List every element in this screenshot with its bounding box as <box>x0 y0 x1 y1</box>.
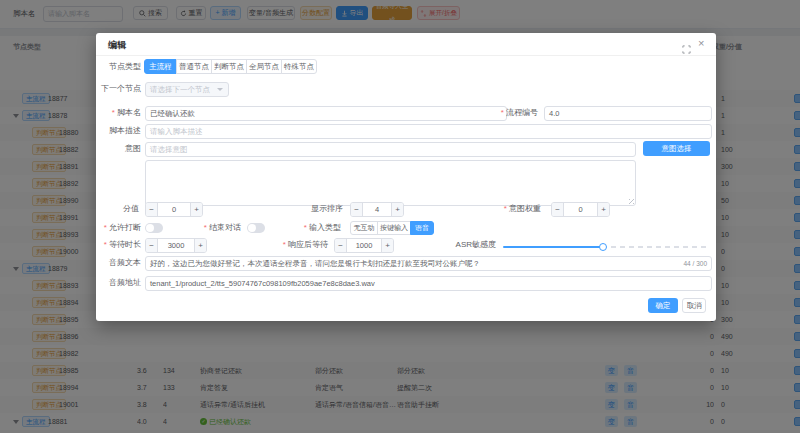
input-type-voice[interactable]: 语音 <box>410 221 434 235</box>
flow-no-value: 4.0 <box>549 109 559 118</box>
plus-icon[interactable]: + <box>381 239 393 252</box>
intent-select-button[interactable]: 意图选择 <box>643 141 710 156</box>
minus-icon[interactable]: − <box>146 239 158 252</box>
intent-placeholder: 请选择意图 <box>150 145 188 154</box>
chevron-down-icon <box>217 88 223 91</box>
allow-interrupt-label: 允许打断 <box>96 221 141 235</box>
display-order-label: 显示排序 <box>273 202 343 216</box>
wait-duration-label: 等待时长 <box>96 238 141 252</box>
plus-icon[interactable]: + <box>190 203 202 216</box>
intent-input[interactable]: 请选择意图 <box>145 142 636 157</box>
cancel-button-label: 取消 <box>687 301 702 310</box>
close-icon[interactable]: × <box>698 36 704 50</box>
end-dialog-toggle[interactable] <box>247 223 265 233</box>
node-type-tab-group: 主流程 普通节点 判断节点 全局节点 特殊节点 <box>144 59 317 74</box>
intent-select-button-label: 意图选择 <box>662 144 692 153</box>
tab-special-node[interactable]: 特殊节点 <box>281 59 317 74</box>
wait-duration-stepper[interactable]: − 3000 + <box>145 238 207 253</box>
dialog-title: 编辑 <box>108 38 126 52</box>
script-name-input[interactable]: 已经确认还款 <box>145 106 507 121</box>
intent-weight-value: 0 <box>564 203 597 216</box>
char-counter: 44 / 300 <box>684 257 708 270</box>
audio-text-label: 音频文本 <box>96 256 141 270</box>
tab-main-flow[interactable]: 主流程 <box>144 59 177 74</box>
confirm-button-label: 确定 <box>656 301 671 310</box>
display-order-stepper[interactable]: − 4 + <box>350 202 404 217</box>
input-type-label: 输入类型 <box>271 221 341 235</box>
end-dialog-label: 结束对话 <box>171 221 241 235</box>
input-type-no-interaction[interactable]: 无互动 <box>350 221 378 235</box>
cancel-button[interactable]: 取消 <box>682 298 706 313</box>
response-wait-label: 响应后等待 <box>258 238 328 252</box>
header-divider <box>96 55 716 56</box>
flow-no-label: 流程编号 <box>468 106 538 120</box>
asr-sensitivity-slider[interactable] <box>503 243 710 250</box>
audio-path-input[interactable]: tenant_1/product_2/tts_59074767c098109fb… <box>145 276 712 291</box>
audio-text-input[interactable]: 好的，这边已为您做好登记，本次通话全程录音，请问您是银行卡划扣还是打款至我司对公… <box>145 256 712 271</box>
slider-handle[interactable] <box>599 243 607 251</box>
audio-path-value: tenant_1/product_2/tts_59074767c098109fb… <box>150 279 375 288</box>
response-wait-value: 1000 <box>347 239 381 252</box>
input-type-keypress[interactable]: 按键输入 <box>377 221 411 235</box>
minus-icon[interactable]: − <box>146 203 158 216</box>
minus-icon[interactable]: − <box>552 203 564 216</box>
next-node-select[interactable]: 请选择下一个节点 <box>145 82 229 97</box>
response-wait-stepper[interactable]: − 1000 + <box>334 238 394 253</box>
audio-path-label: 音频地址 <box>96 276 141 290</box>
wait-duration-value: 3000 <box>158 239 194 252</box>
tab-normal-node[interactable]: 普通节点 <box>176 59 212 74</box>
resize-handle-icon[interactable] <box>629 199 634 204</box>
display-order-value: 4 <box>363 203 391 216</box>
screen: 脚本名 请输入脚本名 搜索 重置 + 新增 变量/音频生成 分数配置 导出 音频… <box>0 0 800 433</box>
slider-track-filled <box>503 246 603 248</box>
intent-textarea[interactable] <box>145 160 636 206</box>
tab-global-node[interactable]: 全局节点 <box>246 59 282 74</box>
plus-icon[interactable]: + <box>391 203 403 216</box>
node-type-label: 节点类型 <box>96 60 141 74</box>
minus-icon[interactable]: − <box>351 203 363 216</box>
confirm-button[interactable]: 确定 <box>648 298 678 313</box>
intent-weight-stepper[interactable]: − 0 + <box>551 202 610 217</box>
minus-icon[interactable]: − <box>335 239 347 252</box>
asr-sensitivity-label: ASR敏感度 <box>426 238 496 252</box>
tab-judge-node[interactable]: 判断节点 <box>211 59 247 74</box>
script-name-label: 脚本名 <box>96 106 141 120</box>
allow-interrupt-toggle[interactable] <box>145 223 163 233</box>
script-name-value: 已经确认还款 <box>150 109 195 118</box>
score-stepper[interactable]: − 0 + <box>145 202 203 217</box>
flow-no-input[interactable]: 4.0 <box>544 106 712 121</box>
plus-icon[interactable]: + <box>194 239 206 252</box>
next-node-label: 下一个节点 <box>96 82 141 96</box>
score-label: 分值 <box>96 202 139 216</box>
script-desc-label: 脚本描述 <box>96 124 141 138</box>
audio-text-value: 好的，这边已为您做好登记，本次通话全程录音，请问您是银行卡划扣还是打款至我司对公… <box>150 259 480 268</box>
intent-label: 意图 <box>96 142 141 156</box>
next-node-placeholder: 请选择下一个节点 <box>150 85 210 94</box>
intent-weight-label: 意图权重 <box>471 202 541 216</box>
script-desc-input[interactable]: 请输入脚本描述 <box>145 124 712 139</box>
plus-icon[interactable]: + <box>597 203 609 216</box>
input-type-group: 无互动 按键输入 语音 <box>350 221 434 235</box>
edit-dialog: 编辑 × 节点类型 主流程 普通节点 判断节点 全局节点 特殊节点 下一个节点 … <box>96 33 716 321</box>
slider-track-dashed <box>611 246 710 248</box>
score-value: 0 <box>158 203 190 216</box>
script-desc-placeholder: 请输入脚本描述 <box>150 127 203 136</box>
